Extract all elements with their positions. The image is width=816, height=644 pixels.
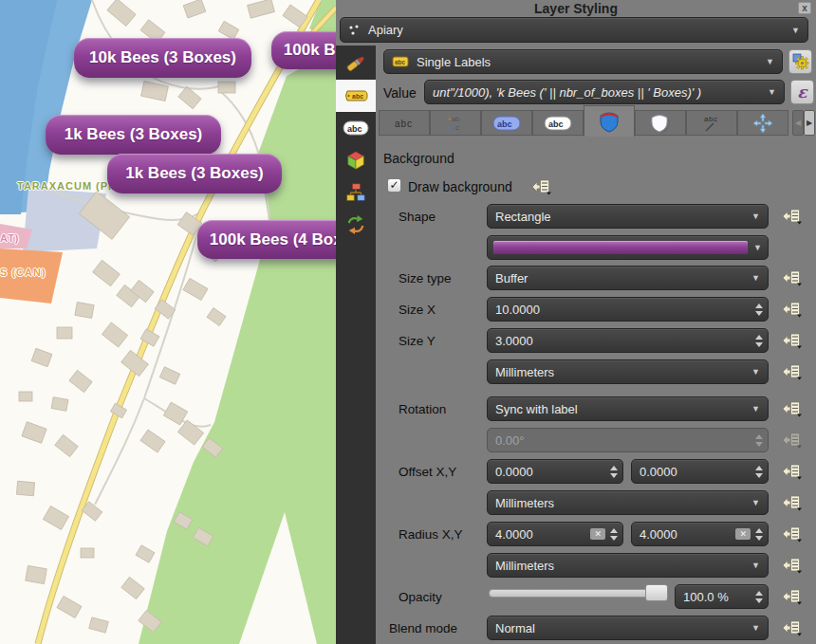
offset-units-select[interactable]: Millimeters ▼ — [487, 490, 769, 515]
sidebar-item-diagrams[interactable] — [336, 176, 376, 209]
draw-background-checkbox[interactable]: ✓ — [387, 178, 401, 193]
label-mode-select[interactable]: abc Single Labels ▼ — [383, 49, 783, 74]
basemap — [0, 0, 336, 644]
svg-text:abc: abc — [704, 115, 717, 123]
auto-placement-settings-button[interactable] — [788, 49, 812, 74]
chevron-down-icon: ▼ — [762, 87, 776, 97]
shape-label: Shape — [399, 210, 436, 224]
rotation-select[interactable]: Sync with label ▼ — [487, 396, 769, 421]
data-defined-override-button[interactable] — [782, 269, 803, 286]
data-defined-override-button[interactable] — [782, 494, 803, 511]
radius-y-spinbox[interactable]: 4.0000 ✕ — [631, 522, 769, 546]
chevron-down-icon: ▼ — [748, 243, 762, 252]
fill-color-button[interactable]: ▼ — [487, 235, 769, 260]
sidebar-item-labels[interactable]: abc — [336, 80, 376, 112]
tab-buffer[interactable]: abc — [481, 110, 532, 136]
tab-scroll-right[interactable]: ▶ — [804, 110, 815, 136]
background-shield-icon — [598, 110, 621, 133]
chevron-down-icon: ▼ — [746, 367, 760, 377]
tab-placement[interactable] — [737, 110, 788, 136]
cube-3d-icon — [345, 150, 366, 171]
tab-shadow[interactable] — [635, 110, 686, 136]
size-x-value: 10.0000 — [495, 303, 540, 317]
sidebar-item-masks[interactable]: abc — [336, 112, 376, 144]
shadow-shield-icon — [649, 112, 672, 135]
formatting-icon: +ab < c — [443, 113, 468, 134]
blend-mode-select[interactable]: Normal ▼ — [487, 616, 769, 640]
data-defined-override-button[interactable] — [782, 301, 803, 318]
radius-units-select[interactable]: Millimeters ▼ — [487, 553, 769, 578]
opacity-slider-handle[interactable] — [645, 584, 668, 601]
value-expression-select[interactable]: unt"/1000), 'k Bees (' || nbr_of_boxes |… — [424, 80, 785, 104]
data-defined-override-button[interactable] — [782, 525, 803, 543]
data-defined-override-button[interactable] — [782, 208, 803, 225]
chevron-down-icon: ▼ — [786, 26, 800, 35]
size-type-select[interactable]: Buffer ▼ — [487, 266, 769, 290]
spinner-arrows[interactable] — [755, 585, 763, 608]
epsilon-icon: ε — [797, 83, 807, 101]
history-arrows-icon — [345, 214, 366, 235]
spinner-arrows[interactable] — [755, 298, 763, 321]
size-x-label: Size X — [399, 303, 436, 317]
offset-y-spinbox[interactable]: 0.0000 — [631, 459, 769, 484]
size-y-value: 3.0000 — [495, 334, 533, 348]
opacity-slider-track[interactable] — [489, 589, 667, 598]
map-canvas[interactable]: TARAXACUM (PRI) AT) S (CAN) 10k Bees (3 … — [0, 0, 336, 644]
data-defined-override-button[interactable] — [782, 463, 803, 480]
close-icon[interactable]: x — [798, 2, 811, 14]
blend-mode-label: Blend mode — [389, 621, 457, 635]
tab-scroll-left[interactable]: ◀ — [792, 110, 804, 136]
sidebar-item-3d-view[interactable] — [336, 144, 376, 176]
data-defined-override-button[interactable] — [782, 332, 803, 349]
data-defined-override-button[interactable] — [782, 588, 803, 605]
tab-background[interactable] — [584, 105, 635, 137]
tab-mask[interactable]: abc — [532, 110, 584, 136]
offset-x-spinbox[interactable]: 0.0000 — [487, 459, 623, 484]
spinner-arrows[interactable] — [610, 523, 618, 545]
color-swatch — [493, 241, 748, 254]
shape-value: Rectangle — [495, 210, 551, 224]
spinner-arrows[interactable] — [755, 329, 763, 352]
chevron-down-icon: ▼ — [746, 498, 760, 507]
clear-value-icon[interactable]: ✕ — [735, 528, 751, 540]
spinner-arrows[interactable] — [755, 460, 763, 483]
layer-styling-panel: Layer Styling x Apiary ▼ abc — [336, 0, 816, 644]
radius-x-spinbox[interactable]: 4.0000 ✕ — [487, 522, 623, 546]
offset-x-value: 0.0000 — [495, 465, 533, 479]
data-defined-override-button[interactable] — [782, 400, 803, 417]
sidebar-item-history[interactable] — [336, 209, 376, 241]
tab-text[interactable]: abc — [379, 110, 430, 136]
expression-builder-button[interactable]: ε — [790, 80, 814, 104]
data-defined-override-button — [782, 432, 803, 449]
tab-callouts[interactable]: abc — [686, 110, 737, 136]
size-units-value: Millimeters — [495, 365, 554, 379]
rotation-angle-spinbox: 0.00° — [487, 428, 769, 452]
paintbrush-icon — [344, 52, 367, 75]
clear-value-icon[interactable]: ✕ — [590, 528, 605, 540]
layer-name: Apiary — [368, 23, 403, 37]
value-label: Value — [383, 85, 417, 101]
svg-text:< c: < c — [449, 123, 459, 132]
data-defined-override-button[interactable] — [782, 363, 803, 380]
data-defined-override-button[interactable] — [782, 619, 803, 636]
size-y-spinbox[interactable]: 3.0000 — [487, 328, 769, 353]
sidebar-item-symbology[interactable] — [336, 47, 376, 80]
spinner-arrows[interactable] — [610, 460, 618, 483]
data-defined-override-button[interactable] — [531, 178, 552, 195]
shape-select[interactable]: Rectangle ▼ — [487, 204, 769, 229]
tab-formatting[interactable]: +ab < c — [430, 110, 481, 136]
offset-units-value: Millimeters — [495, 496, 554, 510]
panel-title: Layer Styling — [336, 0, 816, 16]
expression-preview: unt"/1000), 'k Bees (' || nbr_of_boxes |… — [433, 85, 701, 100]
data-defined-override-button[interactable] — [782, 557, 803, 574]
spinner-arrows[interactable] — [755, 523, 763, 545]
bee-callout-label: 100k Bees (4 Boxes) — [271, 31, 336, 69]
size-units-select[interactable]: Millimeters ▼ — [487, 359, 769, 384]
map-place-label: S (CAN) — [0, 267, 46, 278]
rotation-value: Sync with label — [495, 402, 578, 416]
size-x-spinbox[interactable]: 10.0000 — [487, 297, 769, 322]
opacity-spinbox[interactable]: 100.0 % — [675, 584, 769, 609]
layer-selector[interactable]: Apiary ▼ — [340, 17, 808, 43]
draw-background-label: Draw background — [408, 179, 512, 194]
offset-label: Offset X,Y — [399, 465, 456, 479]
